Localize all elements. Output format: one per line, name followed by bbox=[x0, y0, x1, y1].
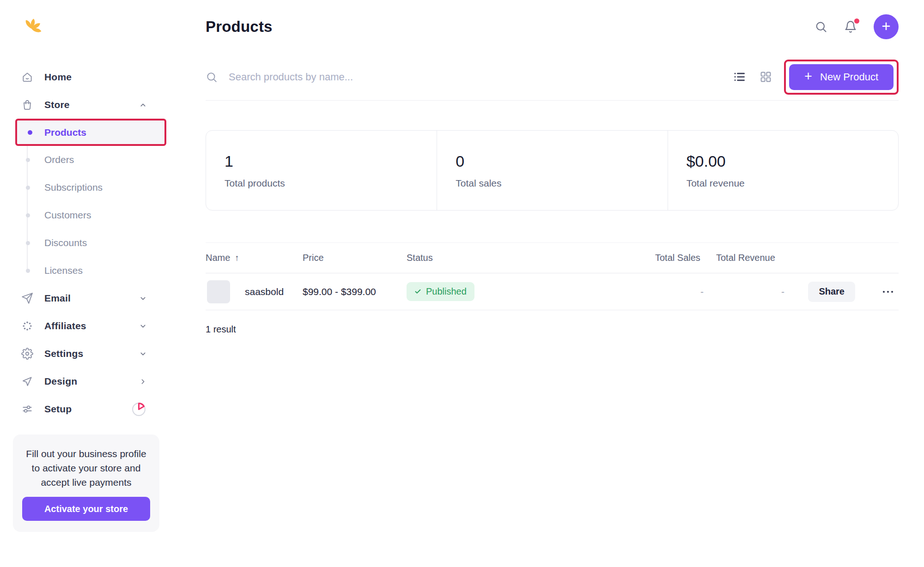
stat-total-sales: 0 Total sales bbox=[437, 131, 667, 210]
column-label: Name bbox=[206, 253, 230, 263]
sidebar-item-label: Email bbox=[44, 293, 71, 304]
result-count: 1 result bbox=[206, 324, 899, 335]
add-button[interactable]: + bbox=[874, 14, 899, 39]
sidebar-item-setup[interactable]: Setup bbox=[0, 395, 163, 423]
sidebar-item-customers[interactable]: Customers bbox=[0, 201, 185, 229]
plus-icon: + bbox=[881, 18, 890, 35]
column-header-total-revenue[interactable]: Total Revenue bbox=[708, 253, 795, 263]
new-product-button[interactable]: + New Product bbox=[789, 64, 894, 90]
send-icon bbox=[21, 292, 33, 304]
ellipsis-icon bbox=[882, 290, 894, 294]
sidebar-item-licenses[interactable]: Licenses bbox=[0, 257, 185, 284]
product-thumbnail bbox=[207, 280, 230, 303]
product-name: saasbold bbox=[245, 286, 284, 297]
sidebar-item-label: Home bbox=[44, 72, 72, 83]
column-header-status[interactable]: Status bbox=[407, 253, 655, 263]
activate-store-message: Fill out your business profile to activa… bbox=[22, 446, 150, 489]
product-total-revenue: - bbox=[708, 286, 795, 297]
status-label: Published bbox=[426, 286, 467, 297]
stat-total-revenue: $0.00 Total revenue bbox=[668, 131, 898, 210]
search-icon bbox=[206, 71, 218, 83]
plus-icon: + bbox=[804, 69, 812, 84]
sidebar-item-label: Products bbox=[44, 127, 86, 138]
sidebar-item-label: Design bbox=[44, 376, 77, 387]
annotation-box-new-product: + New Product bbox=[784, 60, 899, 95]
gear-icon bbox=[21, 348, 33, 360]
unread-notification-dot bbox=[854, 18, 859, 24]
activate-store-button[interactable]: Activate your store bbox=[22, 497, 150, 521]
table-header-row: Name ↑ Price Status Total Sales Total Re… bbox=[206, 242, 899, 273]
column-header-total-sales[interactable]: Total Sales bbox=[655, 253, 708, 263]
sidebar-item-label: Customers bbox=[44, 210, 91, 221]
sidebar-item-design[interactable]: Design bbox=[0, 368, 163, 395]
sidebar-item-label: Affiliates bbox=[44, 320, 86, 332]
progress-pie-icon bbox=[131, 401, 147, 417]
list-view-icon[interactable] bbox=[733, 71, 746, 83]
chevron-down-icon bbox=[139, 322, 147, 330]
chevron-right-icon bbox=[139, 378, 147, 386]
sidebar-item-home[interactable]: Home bbox=[0, 63, 163, 91]
product-search bbox=[206, 71, 733, 84]
sidebar-item-label: Orders bbox=[44, 154, 74, 165]
stat-value: 0 bbox=[456, 152, 667, 170]
chevron-down-icon bbox=[139, 295, 147, 302]
check-icon bbox=[414, 288, 421, 295]
search-products-input[interactable] bbox=[228, 71, 551, 84]
stat-total-products: 1 Total products bbox=[206, 131, 437, 210]
grid-view-icon[interactable] bbox=[760, 71, 772, 83]
page-title: Products bbox=[206, 18, 273, 36]
stat-label: Total sales bbox=[456, 178, 667, 189]
sidebar-item-orders[interactable]: Orders bbox=[0, 146, 185, 174]
sidebar-item-affiliates[interactable]: Affiliates bbox=[0, 312, 163, 340]
stat-value: $0.00 bbox=[687, 152, 898, 170]
sidebar-item-discounts[interactable]: Discounts bbox=[0, 229, 185, 257]
sidebar-item-store[interactable]: Store bbox=[0, 91, 163, 119]
notifications-button[interactable] bbox=[844, 20, 857, 33]
chevron-down-icon bbox=[139, 350, 147, 358]
sidebar-item-email[interactable]: Email bbox=[0, 284, 163, 312]
activate-store-card: Fill out your business profile to activa… bbox=[13, 434, 159, 532]
sidebar-item-subscriptions[interactable]: Subscriptions bbox=[0, 174, 185, 201]
affiliates-dots-icon bbox=[21, 320, 33, 332]
lemon-petals-logo-icon[interactable] bbox=[23, 14, 44, 37]
sidebar-item-label: Subscriptions bbox=[44, 182, 103, 193]
stats-cards: 1 Total products 0 Total sales $0.00 Tot… bbox=[206, 130, 899, 211]
sidebar-nav: Home Store Products Orders Subscriptions… bbox=[0, 63, 185, 423]
sidebar-item-label: Discounts bbox=[44, 237, 87, 248]
product-name-cell: saasbold bbox=[206, 280, 303, 303]
product-status-cell: Published bbox=[407, 282, 655, 301]
sidebar-item-settings[interactable]: Settings bbox=[0, 340, 163, 368]
sliders-icon bbox=[21, 403, 33, 415]
header-actions: + bbox=[815, 14, 899, 39]
sidebar-item-products[interactable]: Products bbox=[17, 121, 164, 144]
column-header-price[interactable]: Price bbox=[303, 253, 407, 263]
product-price: $99.00 - $399.00 bbox=[303, 286, 407, 297]
column-header-name[interactable]: Name ↑ bbox=[206, 253, 303, 263]
sidebar-item-label: Setup bbox=[44, 404, 72, 415]
annotation-box-products: Products bbox=[15, 119, 166, 146]
page-header: Products + bbox=[206, 0, 899, 54]
share-button[interactable]: Share bbox=[808, 282, 855, 302]
products-table: Name ↑ Price Status Total Sales Total Re… bbox=[206, 242, 899, 335]
cursor-icon bbox=[21, 375, 33, 387]
sidebar: Home Store Products Orders Subscriptions… bbox=[0, 0, 185, 567]
view-toggles bbox=[733, 71, 772, 83]
sidebar-item-label: Settings bbox=[44, 348, 83, 359]
stat-label: Total revenue bbox=[687, 178, 898, 189]
row-actions: Share bbox=[795, 282, 899, 302]
store-submenu: Products Orders Subscriptions Customers … bbox=[0, 119, 185, 284]
product-total-sales: - bbox=[655, 286, 708, 297]
stat-label: Total products bbox=[225, 178, 437, 189]
row-menu-button[interactable] bbox=[880, 288, 896, 296]
status-badge: Published bbox=[407, 282, 474, 301]
table-row[interactable]: saasbold $99.00 - $399.00 Published - - … bbox=[206, 273, 899, 310]
store-bag-icon bbox=[21, 99, 33, 111]
chevron-up-icon bbox=[139, 101, 147, 109]
search-icon[interactable] bbox=[815, 20, 827, 33]
stat-value: 1 bbox=[225, 152, 437, 170]
main-content: Products + bbox=[206, 0, 899, 335]
sidebar-item-label: Store bbox=[44, 99, 70, 110]
home-icon bbox=[21, 71, 33, 83]
sidebar-item-label: Licenses bbox=[44, 265, 83, 276]
products-toolbar: + New Product bbox=[206, 54, 899, 101]
